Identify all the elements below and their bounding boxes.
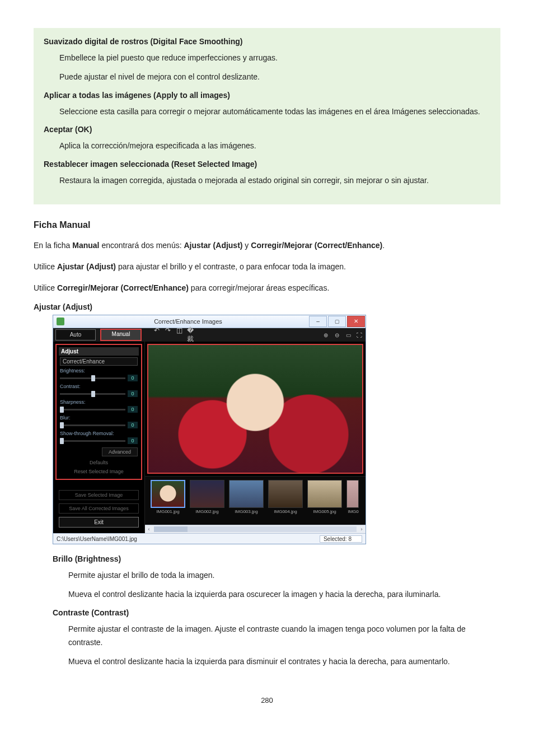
- thumbnail-image[interactable]: [190, 480, 224, 508]
- right-panel: IMG001.jpg IMG002.jpg IMG003.jpg IMG004.…: [145, 342, 366, 533]
- thumbnail-image[interactable]: [229, 480, 264, 508]
- window-title: Correct/Enhance Images: [68, 318, 308, 325]
- correct-enhance-button[interactable]: Correct/Enhance: [60, 357, 138, 366]
- tab-manual[interactable]: Manual: [100, 329, 142, 341]
- defaults-link[interactable]: Defaults: [60, 460, 138, 465]
- left-panel: Adjust Correct/Enhance Brightness: 0 Con…: [53, 342, 145, 533]
- thumbnail[interactable]: IMG002.jpg: [190, 480, 224, 514]
- sharpness-label: Sharpness:: [60, 399, 138, 405]
- bold-text: Ajustar (Adjust): [184, 241, 242, 250]
- sub-heading: Ajustar (Adjust): [34, 302, 500, 311]
- thumbnail[interactable]: IMG003.jpg: [229, 480, 264, 514]
- def-para: Restaura la imagen corregida, ajustada o…: [59, 174, 490, 188]
- minimize-button[interactable]: [309, 316, 327, 327]
- section-para: Utilice Ajustar (Adjust) para ajustar el…: [34, 260, 500, 274]
- page-number: 280: [34, 696, 500, 704]
- sharpness-slider[interactable]: [60, 409, 125, 410]
- close-button[interactable]: [347, 316, 365, 327]
- exit-button[interactable]: Exit: [59, 517, 139, 528]
- def-title: Aceptar (OK): [44, 125, 490, 134]
- app-window: Correct/Enhance Images Auto Manual ↶ ↷ ◫…: [53, 315, 366, 544]
- showthrough-value: 0: [128, 437, 138, 444]
- brightness-value: 0: [128, 375, 138, 381]
- def-para: Permite ajustar el brillo de toda la ima…: [68, 569, 500, 582]
- fullscreen-icon[interactable]: ⛶: [355, 332, 363, 338]
- app-icon: [57, 318, 64, 325]
- text: En la ficha: [34, 241, 72, 250]
- thumbnail[interactable]: IMG001.jpg: [151, 480, 185, 514]
- thumbnail-image[interactable]: [268, 480, 303, 508]
- blur-label: Blur:: [60, 415, 138, 421]
- fit-icon[interactable]: ▭: [344, 332, 352, 338]
- toolbar: Auto Manual ↶ ↷ ◫ �裁 ⊕ ⊖ ▭ ⛶: [53, 328, 366, 342]
- thumbnail-strip[interactable]: IMG001.jpg IMG002.jpg IMG003.jpg IMG004.…: [145, 476, 366, 525]
- selected-count: Selected: 8: [320, 535, 362, 543]
- thumbnail-label: IMG005.jpg: [307, 509, 342, 514]
- def-para: Puede ajustar el nivel de mejora con el …: [59, 71, 490, 84]
- sharpness-value: 0: [128, 406, 138, 413]
- scroll-thumb[interactable]: [154, 526, 188, 532]
- text: Utilice: [34, 283, 57, 292]
- def-title: Brillo (Brightness): [53, 554, 500, 563]
- image-preview[interactable]: [147, 344, 363, 474]
- info-box: Suavizado digital de rostros (Digital Fa…: [34, 28, 500, 204]
- adjust-header[interactable]: Adjust: [59, 347, 139, 356]
- adjust-panel: Adjust Correct/Enhance Brightness: 0 Con…: [55, 344, 142, 480]
- def-title: Aplicar a todas las imágenes (Apply to a…: [44, 91, 490, 100]
- bold-text: Corregir/Mejorar (Correct/Enhance): [251, 241, 382, 250]
- titlebar[interactable]: Correct/Enhance Images: [53, 315, 366, 328]
- showthrough-slider[interactable]: [60, 440, 125, 442]
- zoom-in-icon[interactable]: ⊕: [322, 332, 330, 338]
- thumbnail-label: IMG0: [346, 509, 360, 514]
- crop-icon[interactable]: �裁: [186, 326, 194, 344]
- def-title: Suavizado digital de rostros (Digital Fa…: [44, 37, 490, 46]
- horizontal-scrollbar[interactable]: ‹ ›: [145, 525, 366, 533]
- section-heading: Ficha Manual: [34, 220, 500, 230]
- thumbnail-label: IMG004.jpg: [268, 509, 303, 514]
- maximize-button[interactable]: [328, 316, 346, 327]
- contrast-slider[interactable]: [60, 393, 125, 395]
- bold-text: Ajustar (Adjust): [57, 262, 116, 271]
- contrast-value: 0: [128, 390, 138, 397]
- def-para: Permite ajustar el contraste de la image…: [68, 623, 500, 650]
- zoom-out-icon[interactable]: ⊖: [333, 332, 341, 338]
- thumbnail-label: IMG002.jpg: [190, 509, 224, 514]
- compare-icon[interactable]: ◫: [175, 326, 183, 344]
- scroll-left-icon[interactable]: ‹: [145, 526, 153, 532]
- rotate-right-icon[interactable]: ↷: [164, 326, 172, 344]
- def-para: Mueva el control deslizante hacia la izq…: [68, 588, 500, 601]
- bold-text: Corregir/Mejorar (Correct/Enhance): [57, 283, 189, 292]
- thumbnail[interactable]: IMG005.jpg: [307, 480, 342, 514]
- def-title: Restablecer imagen seleccionada (Reset S…: [44, 160, 490, 169]
- advanced-button[interactable]: Advanced: [102, 447, 138, 456]
- thumbnail-label: IMG003.jpg: [229, 509, 264, 514]
- blur-value: 0: [128, 422, 138, 428]
- thumbnail-image[interactable]: [151, 480, 185, 508]
- text: Utilice: [34, 262, 57, 271]
- contrast-label: Contrast:: [60, 384, 138, 389]
- save-selected-button[interactable]: Save Selected Image: [59, 490, 139, 500]
- text: para ajustar el brillo y el contraste, o…: [116, 262, 346, 271]
- def-para: Aplica la corrección/mejora especificada…: [59, 139, 490, 153]
- def-para: Embellece la piel puesto que reduce impe…: [59, 52, 490, 65]
- thumbnail-image[interactable]: [307, 480, 342, 508]
- thumbnail[interactable]: IMG004.jpg: [268, 480, 303, 514]
- brightness-slider[interactable]: [60, 377, 125, 379]
- text: y: [242, 241, 251, 250]
- text: encontrará dos menús:: [100, 241, 184, 250]
- blur-slider[interactable]: [60, 424, 125, 426]
- rotate-left-icon[interactable]: ↶: [153, 326, 161, 344]
- thumbnail-label: IMG001.jpg: [151, 509, 185, 514]
- tab-auto[interactable]: Auto: [55, 329, 96, 340]
- reset-selected-link[interactable]: Reset Selected Image: [60, 469, 138, 474]
- thumbnail-image[interactable]: [346, 480, 359, 508]
- text: .: [382, 241, 385, 250]
- section-intro: En la ficha Manual encontrará dos menús:…: [34, 239, 500, 253]
- section-para: Utilice Corregir/Mejorar (Correct/Enhanc…: [34, 282, 500, 295]
- scroll-right-icon[interactable]: ›: [358, 526, 366, 532]
- thumbnail[interactable]: IMG0: [346, 480, 360, 514]
- bold-text: Manual: [72, 241, 99, 250]
- save-all-button[interactable]: Save All Corrected Images: [59, 503, 139, 514]
- def-para: Mueva el control deslizante hacia la izq…: [68, 655, 500, 669]
- brightness-label: Brightness:: [60, 368, 138, 374]
